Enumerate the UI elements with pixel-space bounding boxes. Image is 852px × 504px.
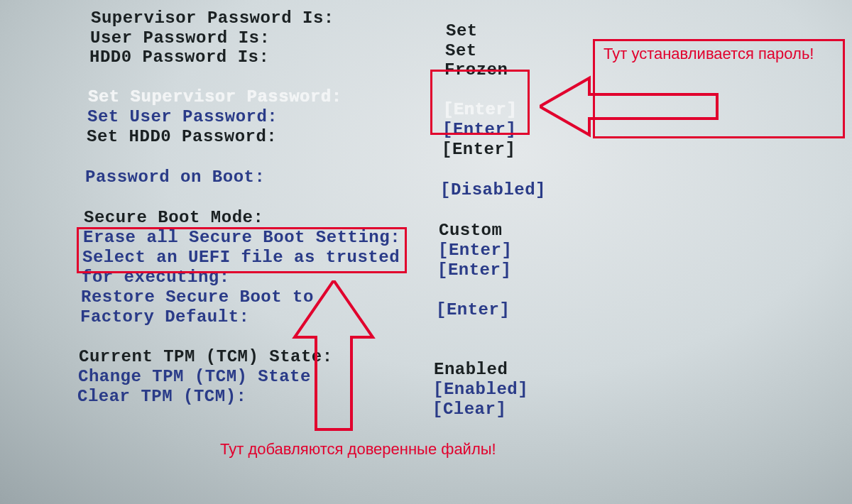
label-password-on-boot[interactable]: Password on Boot: bbox=[85, 168, 265, 187]
arrow-up-icon bbox=[288, 280, 380, 437]
svg-marker-0 bbox=[540, 78, 717, 135]
label-hdd0-pw-is: HDD0 Password Is: bbox=[89, 48, 269, 67]
label-set-hdd0-pw[interactable]: Set HDD0 Password: bbox=[87, 127, 277, 146]
label-restore-secure-boot-2[interactable]: Factory Default: bbox=[80, 307, 249, 327]
annotation-box-passwords bbox=[430, 70, 530, 135]
svg-marker-1 bbox=[295, 280, 373, 429]
annotation-text-password: Тут устанавливается пароль! bbox=[604, 45, 814, 63]
bios-screen: Supervisor Password Is: Set User Passwor… bbox=[0, 0, 852, 504]
value-clear-tpm[interactable]: [Clear] bbox=[432, 400, 506, 419]
annotation-box-uefi bbox=[77, 227, 407, 273]
arrow-left-icon bbox=[540, 75, 724, 160]
label-clear-tpm[interactable]: Clear TPM (TCM): bbox=[77, 387, 246, 406]
annotation-text-trusted-files: Тут добавляются доверенные файлы! bbox=[220, 440, 496, 459]
